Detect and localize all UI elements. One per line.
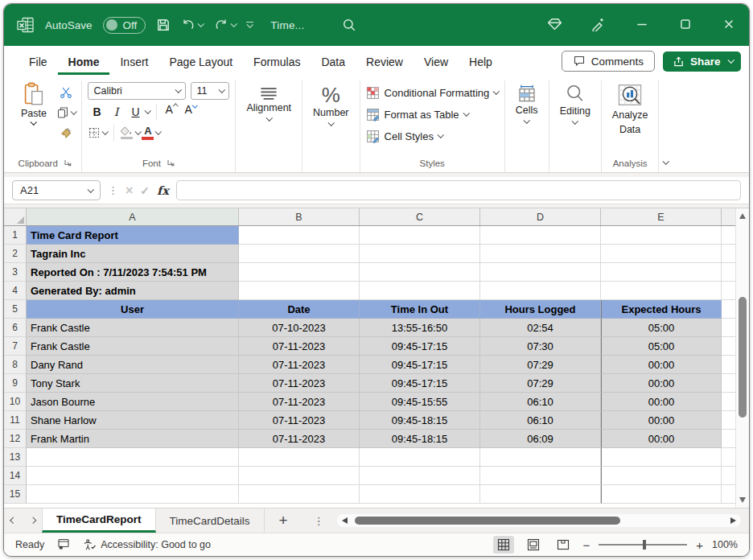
cell-B4[interactable] xyxy=(239,282,360,300)
cell-C7[interactable]: 09:45-17:15 xyxy=(360,337,480,356)
row-header-8[interactable]: 8 xyxy=(4,356,27,374)
zoom-slider[interactable] xyxy=(599,544,687,546)
premium-gem-icon[interactable] xyxy=(548,17,562,34)
ribbon-tab-review[interactable]: Review xyxy=(356,48,414,75)
row-header-4[interactable]: 4 xyxy=(4,282,27,300)
column-header-D[interactable]: D xyxy=(480,208,601,225)
zoom-in-button[interactable]: + xyxy=(696,538,703,552)
cell-styles-button[interactable]: Cell Styles xyxy=(366,126,443,146)
cancel-entry-icon[interactable]: × xyxy=(126,183,133,198)
font-color-dropdown-icon[interactable] xyxy=(155,129,162,135)
sheet-tab-timecarddetails[interactable]: TimeCardDetails xyxy=(156,509,265,533)
number-dropdown-icon[interactable] xyxy=(327,119,334,126)
paste-dropdown-icon[interactable] xyxy=(31,118,37,125)
cell-B7[interactable]: 07-11-2023 xyxy=(239,337,360,356)
cell-A6[interactable]: Frank Castle xyxy=(27,319,239,337)
cell-D4[interactable] xyxy=(480,282,601,300)
cell-D2[interactable] xyxy=(480,245,601,263)
cell-A14[interactable] xyxy=(27,467,239,485)
cells-dropdown-icon[interactable] xyxy=(524,117,530,123)
cell-A4[interactable]: Generated By: admin xyxy=(27,282,239,300)
copy-button[interactable] xyxy=(56,104,76,121)
cell-C6[interactable]: 13:55-16:50 xyxy=(360,319,480,337)
name-box[interactable]: A21 xyxy=(12,180,101,200)
row-header-9[interactable]: 9 xyxy=(4,374,27,393)
close-button[interactable] xyxy=(722,17,736,34)
excel-app-icon[interactable] xyxy=(17,16,35,34)
cell-E8[interactable]: 00:00 xyxy=(601,356,722,374)
row-header-15[interactable]: 15 xyxy=(4,485,27,504)
ribbon-tab-insert[interactable]: Insert xyxy=(109,48,158,75)
cell-E13[interactable] xyxy=(601,448,722,467)
ribbon-tab-formulas[interactable]: Formulas xyxy=(243,48,311,75)
insert-function-icon[interactable]: fx xyxy=(157,183,169,197)
formula-input[interactable] xyxy=(176,180,741,200)
scroll-left-icon[interactable] xyxy=(342,517,348,524)
borders-button[interactable] xyxy=(88,124,108,142)
cell-C14[interactable] xyxy=(360,467,480,485)
next-sheet-button[interactable] xyxy=(23,509,43,533)
redo-button[interactable] xyxy=(214,18,237,32)
cell-E11[interactable]: 00:00 xyxy=(601,411,722,430)
cell-D1[interactable] xyxy=(480,226,601,245)
cell-C9[interactable]: 09:45-17:15 xyxy=(360,374,480,393)
sheet-options-icon[interactable]: ⋮ xyxy=(302,509,335,533)
cell-D10[interactable]: 06:10 xyxy=(480,393,601,411)
underline-dropdown-icon[interactable] xyxy=(145,108,151,114)
cell-C10[interactable]: 09:45-15:55 xyxy=(360,393,480,411)
minimize-button[interactable] xyxy=(635,17,649,34)
sheet-tab-timecardreport[interactable]: TimeCardReport xyxy=(42,509,156,533)
autosave-toggle[interactable]: Off xyxy=(103,17,146,34)
undo-dropdown-icon[interactable] xyxy=(198,21,204,27)
font-color-button[interactable]: A xyxy=(142,124,161,142)
italic-button[interactable]: I xyxy=(107,103,125,121)
cell-B3[interactable] xyxy=(239,263,360,282)
cell-B2[interactable] xyxy=(239,245,360,263)
cell-D9[interactable]: 07:29 xyxy=(480,374,601,393)
scroll-up-icon[interactable] xyxy=(739,213,746,219)
cell-D12[interactable]: 06:09 xyxy=(480,430,601,448)
cell-C4[interactable] xyxy=(360,282,480,300)
cell-C1[interactable] xyxy=(360,226,480,245)
scroll-down-icon[interactable] xyxy=(739,497,746,503)
font-dialog-launcher-icon[interactable] xyxy=(167,159,175,167)
row-header-7[interactable]: 7 xyxy=(4,337,27,356)
share-button[interactable]: Share xyxy=(663,51,741,72)
row-header-6[interactable]: 6 xyxy=(4,319,27,337)
maximize-button[interactable] xyxy=(678,17,693,34)
cell-E7[interactable]: 05:00 xyxy=(601,337,722,356)
cell-C15[interactable] xyxy=(360,485,480,504)
ribbon-tab-help[interactable]: Help xyxy=(459,48,503,75)
cell-D8[interactable]: 07:29 xyxy=(480,356,601,374)
cell-B12[interactable]: 07-11-2023 xyxy=(239,430,360,448)
editing-dropdown-icon[interactable] xyxy=(572,117,578,124)
alignment-dropdown-icon[interactable] xyxy=(265,114,272,121)
undo-button[interactable] xyxy=(181,18,204,32)
fill-color-dropdown-icon[interactable] xyxy=(135,129,142,135)
editing-button[interactable]: Editing xyxy=(555,80,595,126)
column-header-C[interactable]: C xyxy=(360,208,480,225)
row-header-13[interactable]: 13 xyxy=(4,448,27,467)
cell-styles-dropdown-icon[interactable] xyxy=(438,132,444,138)
cell-A1[interactable]: Time Card Report xyxy=(27,226,239,245)
cell-A3[interactable]: Reported On : 7/11/2023 7:54:51 PM xyxy=(27,263,239,282)
row-header-1[interactable]: 1 xyxy=(4,226,27,245)
borders-dropdown-icon[interactable] xyxy=(102,129,109,135)
page-break-view-button[interactable] xyxy=(553,536,574,554)
redo-dropdown-icon[interactable] xyxy=(231,21,237,27)
column-header-B[interactable]: B xyxy=(239,208,360,225)
cell-D6[interactable]: 02:54 xyxy=(480,319,601,337)
cell-E6[interactable]: 05:00 xyxy=(601,319,722,337)
macro-record-icon[interactable] xyxy=(57,537,70,553)
column-header-A[interactable]: A xyxy=(27,208,239,225)
document-title[interactable]: Time... xyxy=(270,19,304,31)
cell-B15[interactable] xyxy=(239,485,360,504)
row-header-12[interactable]: 12 xyxy=(4,430,27,448)
zoom-slider-handle[interactable] xyxy=(643,540,646,550)
cell-C5[interactable]: Time In Out xyxy=(360,300,480,319)
format-painter-button[interactable] xyxy=(56,124,76,142)
normal-view-button[interactable] xyxy=(493,536,514,554)
previous-sheet-button[interactable] xyxy=(4,509,23,533)
confirm-entry-icon[interactable]: ✓ xyxy=(140,184,150,197)
cell-E15[interactable] xyxy=(601,485,722,504)
